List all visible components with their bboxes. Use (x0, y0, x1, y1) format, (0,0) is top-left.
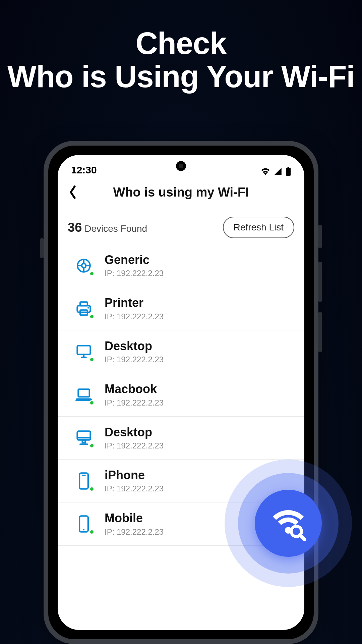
device-ip: IP: 192.222.2.23 (105, 398, 294, 408)
phone-side-button (318, 312, 322, 352)
phone-side-button (318, 225, 322, 248)
wifi-search-icon (270, 505, 307, 542)
device-text: Macbook IP: 192.222.2.23 (105, 382, 294, 407)
chevron-left-icon (68, 185, 77, 199)
headline-line1: Check (0, 27, 362, 60)
svg-rect-9 (77, 306, 90, 312)
online-status-dot (89, 529, 95, 535)
list-header: 36 Devices Found Refresh List (58, 207, 304, 244)
online-status-dot (89, 486, 95, 492)
device-row[interactable]: Macbook IP: 192.222.2.23 (58, 373, 304, 416)
device-text: Desktop IP: 192.222.2.23 (105, 339, 294, 364)
svg-rect-16 (77, 431, 90, 440)
promo-headline: Check Who is Using Your Wi-Fi (0, 0, 362, 94)
online-status-dot (89, 400, 95, 406)
device-count-number: 36 (68, 220, 82, 235)
svg-rect-15 (78, 389, 89, 397)
laptop-icon (74, 385, 93, 404)
refresh-list-label: Refresh List (234, 222, 284, 232)
printer-icon (74, 299, 93, 318)
device-row[interactable]: Desktop IP: 192.222.2.23 (58, 330, 304, 373)
wifi-icon (261, 168, 270, 175)
device-count-label: Devices Found (84, 223, 147, 234)
device-name: Desktop (105, 425, 294, 439)
svg-rect-12 (77, 346, 90, 355)
device-ip: IP: 192.222.2.23 (105, 355, 294, 364)
device-ip: IP: 192.222.2.23 (105, 269, 294, 278)
scan-wifi-button[interactable] (255, 490, 322, 557)
online-status-dot (89, 271, 95, 276)
phone-side-button (318, 262, 322, 302)
svg-line-25 (300, 535, 304, 539)
device-name: Macbook (105, 382, 294, 396)
device-row[interactable]: Desktop IP: 192.222.2.23 (58, 417, 304, 460)
back-button[interactable] (64, 184, 81, 201)
svg-rect-18 (82, 440, 85, 443)
battery-icon (286, 167, 291, 176)
phone-device-icon (74, 515, 93, 533)
svg-rect-1 (286, 168, 291, 176)
device-row[interactable]: Generic IP: 192.222.2.23 (58, 244, 304, 287)
imac-icon (74, 428, 93, 447)
svg-point-11 (87, 307, 89, 309)
device-text: Printer IP: 192.222.2.23 (105, 296, 294, 321)
phone-camera (176, 161, 186, 171)
app-bar: Who is using my Wi-FI (58, 177, 304, 207)
phone-device-icon (74, 472, 93, 490)
device-text: Desktop IP: 192.222.2.23 (105, 425, 294, 450)
device-name: Desktop (105, 339, 294, 353)
device-count: 36 Devices Found (68, 220, 147, 235)
device-ip: IP: 192.222.2.23 (105, 312, 294, 321)
status-time: 12:30 (71, 164, 97, 176)
device-name: Generic (105, 253, 294, 267)
refresh-list-button[interactable]: Refresh List (223, 217, 294, 238)
device-text: Generic IP: 192.222.2.23 (105, 253, 294, 278)
online-status-dot (89, 443, 95, 448)
headline-line2: Who is Using Your Wi-Fi (0, 60, 362, 93)
cell-signal-icon (274, 168, 282, 175)
status-icons (261, 167, 291, 176)
device-row[interactable]: Printer IP: 192.222.2.23 (58, 287, 304, 330)
scan-fab-ripple (225, 460, 352, 587)
device-ip: IP: 192.222.2.23 (105, 441, 294, 450)
online-status-dot (89, 357, 95, 362)
svg-point-3 (82, 263, 86, 268)
device-name: Printer (105, 296, 294, 310)
page-title: Who is using my Wi-FI (58, 185, 304, 200)
generic-device-icon (74, 256, 93, 275)
phone-side-button-left (40, 238, 44, 258)
desktop-monitor-icon (74, 342, 93, 361)
svg-rect-0 (288, 167, 289, 168)
online-status-dot (89, 314, 95, 319)
svg-point-23 (83, 529, 84, 530)
